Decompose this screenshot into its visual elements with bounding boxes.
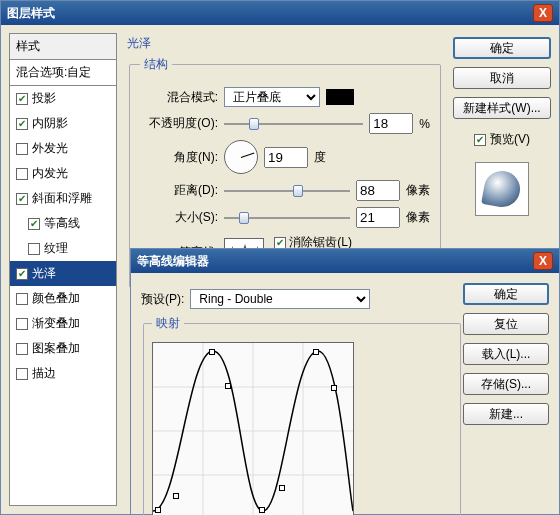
mapping-legend: 映射 (152, 315, 184, 332)
styles-header: 样式 (10, 34, 116, 60)
preset-select[interactable]: Ring - Double (190, 289, 370, 309)
style-item-label: 外发光 (32, 140, 68, 157)
contour-load-button[interactable]: 载入(L)... (463, 343, 549, 365)
preset-label: 预设(P): (141, 291, 184, 308)
ok-button[interactable]: 确定 (453, 37, 551, 59)
contour-graph[interactable] (152, 342, 354, 515)
style-item-label: 内阴影 (32, 115, 68, 132)
contour-body: 预设(P): Ring - Double 映射 (131, 273, 559, 515)
checkbox-icon (28, 243, 40, 255)
curve-handle[interactable] (155, 507, 161, 513)
curve-handle[interactable] (173, 493, 179, 499)
contour-new-button[interactable]: 新建... (463, 403, 549, 425)
checkbox-icon (16, 168, 28, 180)
angle-dial[interactable] (224, 140, 258, 174)
close-icon[interactable]: X (533, 4, 553, 22)
blend-mode-select[interactable]: 正片叠底 (224, 87, 320, 107)
style-item-3[interactable]: 内发光 (10, 161, 116, 186)
style-item-1[interactable]: 内阴影 (10, 111, 116, 136)
checkbox-icon (16, 368, 28, 380)
angle-input[interactable] (264, 147, 308, 168)
style-item-label: 颜色叠加 (32, 290, 80, 307)
curve-handle[interactable] (279, 485, 285, 491)
contour-save-button[interactable]: 存储(S)... (463, 373, 549, 395)
opacity-row: 不透明度(O): % (140, 113, 430, 134)
style-item-6[interactable]: 纹理 (10, 236, 116, 261)
style-item-9[interactable]: 渐变叠加 (10, 311, 116, 336)
curve-handle[interactable] (209, 349, 215, 355)
checkbox-icon (16, 193, 28, 205)
contour-editor-window: 等高线编辑器 X 预设(P): Ring - Double 映射 (130, 248, 560, 515)
cancel-button[interactable]: 取消 (453, 67, 551, 89)
curve-handle[interactable] (259, 507, 265, 513)
blend-options[interactable]: 混合选项:自定 (10, 60, 116, 86)
distance-input[interactable] (356, 180, 400, 201)
main-titlebar: 图层样式 X (1, 1, 559, 25)
main-title: 图层样式 (7, 1, 55, 25)
checkbox-icon (274, 237, 286, 249)
checkbox-icon (28, 218, 40, 230)
checkbox-icon (16, 118, 28, 130)
style-item-label: 内发光 (32, 165, 68, 182)
preview-option[interactable]: 预览(V) (453, 131, 551, 148)
preset-row: 预设(P): Ring - Double (141, 289, 463, 309)
size-label: 大小(S): (140, 209, 218, 226)
checkbox-icon (16, 268, 28, 280)
style-item-0[interactable]: 投影 (10, 86, 116, 111)
contour-ok-button[interactable]: 确定 (463, 283, 549, 305)
checkbox-icon (16, 143, 28, 155)
contour-left: 预设(P): Ring - Double 映射 (141, 283, 463, 515)
size-input[interactable] (356, 207, 400, 228)
checkbox-icon (16, 293, 28, 305)
distance-slider[interactable] (224, 184, 350, 198)
contour-buttons: 确定 复位 载入(L)... 存储(S)... 新建... (463, 283, 549, 515)
angle-row: 角度(N): 度 (140, 140, 430, 174)
opacity-slider[interactable] (224, 117, 363, 131)
curve-handle[interactable] (313, 349, 319, 355)
style-item-label: 光泽 (32, 265, 56, 282)
style-item-label: 描边 (32, 365, 56, 382)
style-item-2[interactable]: 外发光 (10, 136, 116, 161)
style-item-8[interactable]: 颜色叠加 (10, 286, 116, 311)
opacity-input[interactable] (369, 113, 413, 134)
checkbox-icon (16, 343, 28, 355)
styles-panel: 样式 混合选项:自定 投影内阴影外发光内发光斜面和浮雕等高线纹理光泽颜色叠加渐变… (9, 33, 117, 506)
style-item-label: 图案叠加 (32, 340, 80, 357)
angle-label: 角度(N): (140, 149, 218, 166)
mapping-group: 映射 (143, 315, 461, 515)
blend-mode-label: 混合模式: (140, 89, 218, 106)
contour-titlebar: 等高线编辑器 X (131, 249, 559, 273)
color-swatch[interactable] (326, 89, 354, 105)
contour-reset-button[interactable]: 复位 (463, 313, 549, 335)
style-item-4[interactable]: 斜面和浮雕 (10, 186, 116, 211)
close-icon[interactable]: X (533, 252, 553, 270)
checkbox-icon (16, 93, 28, 105)
distance-label: 距离(D): (140, 182, 218, 199)
curve-handle[interactable] (225, 383, 231, 389)
size-slider[interactable] (224, 211, 350, 225)
style-item-label: 投影 (32, 90, 56, 107)
style-item-5[interactable]: 等高线 (10, 211, 116, 236)
style-item-label: 渐变叠加 (32, 315, 80, 332)
style-item-label: 纹理 (44, 240, 68, 257)
preview-thumb (475, 162, 529, 216)
styles-list: 投影内阴影外发光内发光斜面和浮雕等高线纹理光泽颜色叠加渐变叠加图案叠加描边 (10, 86, 116, 386)
curve-handle[interactable] (331, 385, 337, 391)
style-item-11[interactable]: 描边 (10, 361, 116, 386)
new-style-button[interactable]: 新建样式(W)... (453, 97, 551, 119)
angle-unit: 度 (314, 149, 326, 166)
style-item-label: 斜面和浮雕 (32, 190, 92, 207)
preview-thumb-icon (481, 168, 523, 210)
checkbox-icon (474, 134, 486, 146)
size-row: 大小(S): 像素 (140, 207, 430, 228)
style-item-label: 等高线 (44, 215, 80, 232)
opacity-label: 不透明度(O): (140, 115, 218, 132)
checkbox-icon (16, 318, 28, 330)
distance-row: 距离(D): 像素 (140, 180, 430, 201)
satin-title: 光泽 (127, 35, 443, 52)
style-item-7[interactable]: 光泽 (10, 261, 116, 286)
style-item-10[interactable]: 图案叠加 (10, 336, 116, 361)
distance-unit: 像素 (406, 182, 430, 199)
contour-title: 等高线编辑器 (137, 249, 209, 273)
blend-mode-row: 混合模式: 正片叠底 (140, 87, 430, 107)
